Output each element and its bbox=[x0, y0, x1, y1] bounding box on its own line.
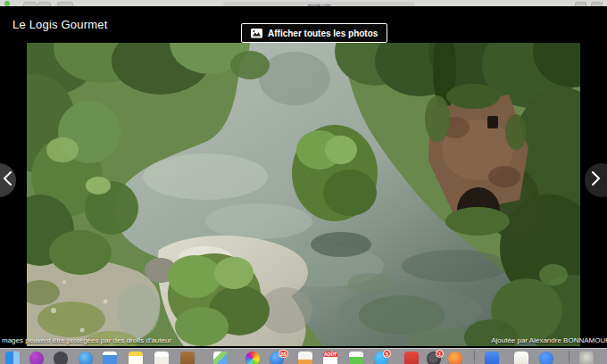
dock-icon-picture-frame[interactable] bbox=[514, 352, 528, 364]
viewer-header: Le Logis Gourmet Afficher toutes les pho… bbox=[0, 6, 607, 43]
previous-photo-button[interactable] bbox=[0, 163, 16, 197]
show-all-photos-button[interactable]: Afficher toutes les photos bbox=[241, 23, 387, 43]
dock-icon-maps[interactable] bbox=[213, 352, 228, 364]
dock-icon-paper-plane-circle[interactable] bbox=[54, 352, 68, 364]
dock-icon-blue-circle[interactable] bbox=[539, 352, 553, 364]
next-photo-button[interactable] bbox=[585, 163, 607, 197]
dock-icon-orange-document[interactable] bbox=[298, 352, 312, 364]
dock-icon-red-app[interactable] bbox=[404, 352, 419, 364]
copyright-notice: mages peuvent être protégées par des dro… bbox=[2, 336, 171, 344]
photo-attribution: Ajoutée par Alexandre BONNAMOUR bbox=[491, 336, 607, 344]
chevron-right-icon bbox=[592, 171, 600, 189]
dark-circle-badge: 1 bbox=[436, 350, 444, 358]
mail-badge: 28 bbox=[279, 350, 288, 358]
dock-icon-blue-folder[interactable] bbox=[485, 352, 499, 364]
page-title: Le Logis Gourmet bbox=[12, 18, 108, 31]
photo-image bbox=[27, 43, 580, 346]
dock-icon-trash[interactable] bbox=[579, 352, 594, 364]
photo-library-icon bbox=[251, 29, 262, 38]
dock-icon-calendar[interactable]: AOÛT bbox=[323, 352, 337, 364]
chevron-left-icon bbox=[4, 171, 12, 189]
dock-divider bbox=[569, 351, 570, 363]
dock-icon-reminders[interactable] bbox=[154, 352, 169, 364]
dock-icon-finder[interactable] bbox=[5, 352, 20, 364]
dock-divider bbox=[474, 351, 475, 363]
dock-icon-safari[interactable] bbox=[79, 352, 93, 364]
calendar-month-label: AOÛT bbox=[323, 352, 337, 357]
dock-icon-orange-circle[interactable] bbox=[448, 352, 462, 364]
show-all-photos-label: Afficher toutes les photos bbox=[268, 29, 378, 38]
dock-icon-purple-circle[interactable] bbox=[29, 352, 44, 364]
dock: 28 AOÛT 5 1 bbox=[0, 348, 607, 364]
dock-icon-notes[interactable] bbox=[129, 352, 143, 364]
photo-stage: mages peuvent être protégées par des dro… bbox=[0, 43, 607, 346]
dock-icon-blue-picture[interactable] bbox=[103, 352, 117, 364]
dock-icon-photos[interactable] bbox=[245, 352, 260, 364]
twitter-badge: 5 bbox=[383, 350, 391, 358]
dock-icon-green-app[interactable] bbox=[349, 352, 363, 364]
dock-icon-brown-app[interactable] bbox=[180, 352, 195, 364]
